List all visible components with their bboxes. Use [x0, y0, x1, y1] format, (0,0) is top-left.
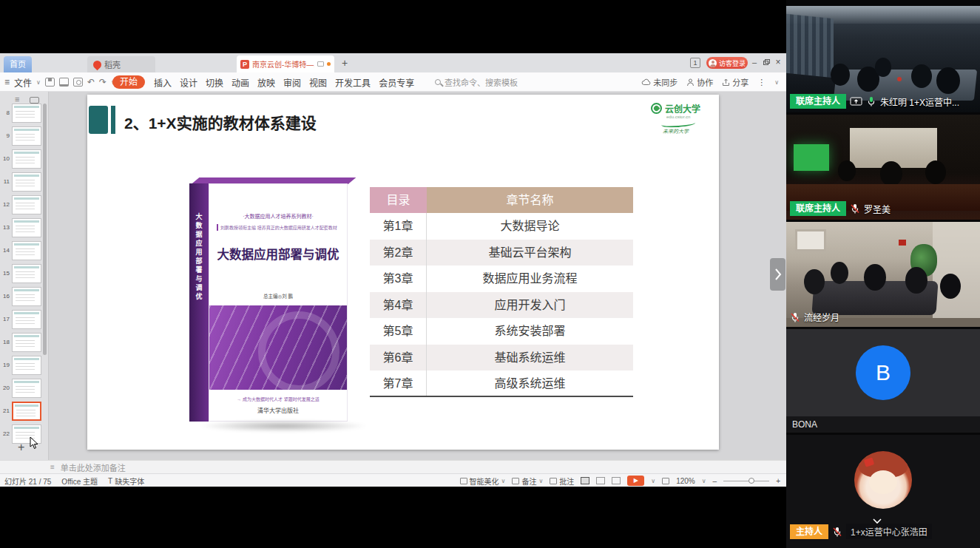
normal-view-button[interactable]: [581, 477, 589, 484]
unsaved-dot-icon: [327, 62, 331, 66]
guest-login-button[interactable]: 访客登录: [706, 57, 748, 69]
slide-title: 2、1+X实施的教材体系建设: [124, 111, 317, 133]
slide-number: 22: [0, 430, 10, 437]
zoom-in-button[interactable]: +: [776, 477, 780, 485]
slide-thumbnail[interactable]: [12, 104, 41, 123]
slideshow-chevron-icon[interactable]: ∨: [651, 478, 655, 484]
sync-status-label: 未同步: [653, 76, 677, 88]
notes-toggle-button[interactable]: 备注 ∨: [512, 476, 543, 487]
add-slide-button[interactable]: +: [18, 441, 24, 454]
slide-canvas[interactable]: 2、1+X实施的教材体系建设 云创大学 edu.cstor.cn 未来的大学: [87, 95, 719, 450]
title-accent-bar: [111, 106, 115, 134]
slide-thumbnail[interactable]: [12, 172, 41, 192]
video-scene-decoration: [897, 77, 902, 81]
ribbon-tab-membership[interactable]: 会员专享: [379, 76, 414, 89]
undo-icon[interactable]: ↶: [87, 77, 95, 87]
missing-font-warning[interactable]: T 缺失字体: [108, 476, 144, 487]
save-icon[interactable]: [45, 78, 55, 87]
fit-window-icon[interactable]: [662, 478, 669, 484]
slide-thumbnail[interactable]: [12, 195, 41, 214]
minimize-button[interactable]: –: [749, 58, 760, 68]
document-title: 南京云创-华博特—...4 partner: [252, 58, 314, 70]
slide-view-icon[interactable]: [30, 97, 39, 104]
notes-bar[interactable]: ≡ 单击此处添加备注: [0, 460, 786, 473]
window-count-badge[interactable]: 1: [690, 58, 700, 68]
share-button[interactable]: 分享: [722, 76, 748, 88]
zoom-slider-knob[interactable]: [748, 478, 754, 484]
wps-menu-bar: ≡ 文件 ∨ ↶ ↷ ∨ 开始 插入 设计 切换 动画 放映: [0, 72, 786, 92]
ribbon-tab-slideshow[interactable]: 放映: [257, 76, 275, 89]
slide-number: 16: [0, 293, 10, 300]
slide-thumbnail-selected[interactable]: [12, 402, 41, 421]
close-button[interactable]: ×: [773, 58, 783, 68]
slide-thumbnail[interactable]: [12, 264, 41, 283]
video-scene-decoration: [910, 244, 937, 277]
docer-flame-icon: [92, 58, 104, 70]
redo-icon[interactable]: ↷: [99, 77, 107, 87]
notes-toggle-icon: [512, 478, 519, 484]
wps-window: 首页 稻壳 P 南京云创-华博特—...4 partner + 1 访客登录: [0, 53, 786, 487]
video-tile-participant-5[interactable]: 主持人 1+x运营中心张浩田: [786, 435, 980, 548]
video-tile-participant-3[interactable]: 流经岁月: [786, 222, 980, 327]
avatar: [709, 59, 717, 67]
slide-thumbnail[interactable]: [12, 241, 41, 260]
tab-document[interactable]: P 南京云创-华博特—...4 partner: [237, 55, 334, 72]
restore-button[interactable]: [761, 58, 771, 68]
slide-thumbnail[interactable]: [12, 310, 41, 329]
participant-name: 流经岁月: [804, 311, 839, 323]
ribbon-tab-animation[interactable]: 动画: [232, 76, 249, 89]
print-icon[interactable]: [59, 78, 69, 87]
outline-view-icon[interactable]: ≡: [15, 95, 19, 104]
thumbnail-scrollbar[interactable]: [43, 104, 47, 355]
chapter-cell: 第2章: [370, 240, 427, 266]
slide-number: 15: [0, 270, 10, 277]
slide-thumbnail[interactable]: [12, 149, 41, 169]
ribbon-tab-design[interactable]: 设计: [180, 76, 197, 89]
collapse-panel-button[interactable]: [770, 258, 785, 291]
collapse-ribbon-icon[interactable]: ∨: [774, 79, 779, 86]
slideshow-button[interactable]: ▶: [627, 476, 644, 486]
slide-thumbnail[interactable]: [12, 218, 41, 237]
slide-thumbnail[interactable]: [12, 333, 41, 352]
slide-number: 14: [0, 247, 10, 254]
slide-thumbnail[interactable]: [12, 287, 41, 306]
ribbon-tab-home[interactable]: 开始: [112, 75, 145, 89]
ribbon-tab-review[interactable]: 审阅: [283, 76, 301, 89]
ribbon-tab-insert[interactable]: 插入: [154, 76, 172, 89]
video-tile-participant-2[interactable]: 联席主持人 罗圣美: [786, 115, 980, 220]
notes-toggle-label: 备注: [521, 476, 536, 487]
sync-status[interactable]: 未同步: [641, 76, 677, 88]
comments-button[interactable]: 批注: [550, 476, 574, 487]
sorter-view-button[interactable]: [596, 477, 605, 484]
video-tile-participant-4[interactable]: B BONA: [786, 329, 980, 433]
ribbon-tab-developer[interactable]: 开发工具: [335, 76, 371, 89]
smart-beautify-button[interactable]: 智能美化 ∨: [460, 476, 506, 487]
collaborate-label: 协作: [697, 76, 713, 88]
zoom-slider[interactable]: [723, 481, 769, 481]
zoom-out-button[interactable]: –: [713, 477, 717, 485]
slide-thumbnail[interactable]: [12, 126, 41, 146]
participant-name: 1+x运营中心张浩田: [846, 524, 932, 539]
tab-home[interactable]: 首页: [4, 56, 32, 72]
table-row: 第2章基础云平台架构: [370, 240, 633, 266]
file-menu[interactable]: 文件: [14, 76, 32, 89]
slide-thumbnail[interactable]: [12, 379, 41, 398]
initial-avatar: B: [856, 345, 910, 400]
command-search[interactable]: 查找命令、搜索模板: [435, 72, 518, 92]
print-preview-icon[interactable]: [73, 78, 83, 87]
chapter-name-cell: 系统安装部署: [427, 318, 633, 345]
ribbon-tab-transition[interactable]: 切换: [206, 76, 223, 89]
more-menu-icon[interactable]: ⋮: [757, 78, 766, 87]
tab-docer[interactable]: 稻壳: [87, 56, 155, 72]
slide-thumbnail[interactable]: [12, 356, 41, 375]
ribbon-tab-view[interactable]: 视图: [309, 76, 327, 89]
zoom-level[interactable]: 120%: [676, 477, 695, 485]
theme-name[interactable]: Office 主题: [61, 476, 98, 487]
video-tile-participant-1[interactable]: 联席主持人 朱红明 1+X运营中...: [786, 6, 980, 112]
slide-number: 21: [0, 407, 10, 414]
new-tab-button[interactable]: +: [342, 57, 348, 69]
collaborate-button[interactable]: 协作: [686, 76, 713, 88]
missing-font-label: 缺失字体: [115, 476, 144, 487]
slide-number: 19: [0, 362, 10, 368]
reading-view-button[interactable]: [612, 477, 621, 484]
